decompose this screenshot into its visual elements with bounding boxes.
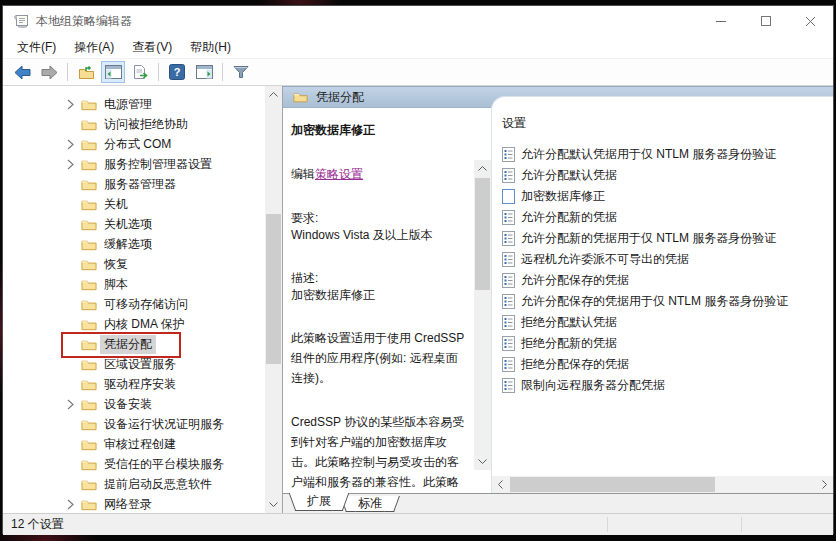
chevron-right-icon[interactable]	[67, 478, 79, 490]
scroll-left-icon[interactable]	[492, 476, 509, 493]
tree-item-label: 驱动程序安装	[100, 375, 180, 394]
chevron-right-icon[interactable]	[67, 498, 79, 510]
tab-扩展[interactable]: 扩展	[297, 493, 341, 511]
scroll-right-icon[interactable]	[816, 476, 833, 493]
gpedit-window: 本地组策略编辑器 文件(F)操作(A)查看(V)帮助(H)	[2, 5, 834, 534]
chevron-right-icon[interactable]	[67, 298, 79, 310]
settings-item-label: 允许分配默认凭据	[521, 167, 617, 184]
status-bar: 12 个设置	[3, 513, 833, 535]
tree-item-13[interactable]: 区域设置服务	[3, 354, 265, 374]
chevron-right-icon[interactable]	[67, 158, 79, 170]
tree-item-11[interactable]: 内核 DMA 保护	[3, 314, 265, 334]
settings-item-1[interactable]: 允许分配默认凭据	[502, 165, 833, 186]
tree-item-16[interactable]: 设备运行状况证明服务	[3, 414, 265, 434]
tree-item-18[interactable]: 受信任的平台模块服务	[3, 454, 265, 474]
maximize-button[interactable]	[743, 6, 788, 36]
chevron-right-icon[interactable]	[67, 398, 79, 410]
folder-icon	[81, 358, 97, 371]
settings-list: 允许分配默认凭据用于仅 NTLM 服务器身份验证 允许	[492, 144, 833, 396]
settings-column-header[interactable]: 设置	[492, 97, 833, 132]
folder-icon	[293, 91, 308, 103]
show-action-pane-button[interactable]	[192, 61, 216, 83]
tree-item-label: 区域设置服务	[100, 355, 180, 374]
chevron-right-icon[interactable]	[67, 218, 79, 230]
minimize-button[interactable]	[698, 6, 743, 36]
tree-item-19[interactable]: 提前启动反恶意软件	[3, 474, 265, 494]
policy-settings-link[interactable]: 策略设置	[315, 167, 363, 181]
settings-item-8[interactable]: 拒绝分配默认凭据	[502, 312, 833, 333]
settings-item-0[interactable]: 允许分配默认凭据用于仅 NTLM 服务器身份验证	[502, 144, 833, 165]
chevron-right-icon[interactable]	[67, 378, 79, 390]
policy-setting-icon	[502, 336, 515, 351]
tree-item-label: 提前启动反恶意软件	[100, 475, 216, 494]
tree-item-0[interactable]: 电源管理	[3, 94, 265, 114]
up-one-level-button[interactable]	[74, 61, 98, 83]
chevron-right-icon[interactable]	[67, 118, 79, 130]
tree-item-4[interactable]: 服务器管理器	[3, 174, 265, 194]
chevron-right-icon[interactable]	[67, 358, 79, 370]
export-list-button[interactable]	[128, 61, 152, 83]
tree-item-7[interactable]: 缓解选项	[3, 234, 265, 254]
settings-item-label: 加密数据库修正	[521, 188, 605, 205]
tree-item-14[interactable]: 驱动程序安装	[3, 374, 265, 394]
chevron-right-icon[interactable]	[67, 438, 79, 450]
filter-button[interactable]	[229, 61, 253, 83]
scroll-down-icon[interactable]	[474, 453, 491, 470]
description-scrollbar-thumb[interactable]	[475, 178, 490, 290]
menu-item-1[interactable]: 操作(A)	[65, 37, 123, 58]
tree-item-12[interactable]: 凭据分配	[3, 334, 265, 354]
back-button[interactable]	[10, 61, 34, 83]
description-scrollbar[interactable]	[474, 160, 491, 470]
main-area: 电源管理 访问被拒绝协助 分布式 COM	[3, 86, 833, 513]
scroll-up-icon[interactable]	[474, 160, 491, 177]
tab-标准[interactable]: 标准	[348, 496, 392, 512]
settings-item-9[interactable]: 拒绝分配新的凭据	[502, 333, 833, 354]
policy-setting-icon	[502, 378, 515, 393]
close-button[interactable]	[788, 6, 833, 36]
forward-button[interactable]	[37, 61, 61, 83]
tree-item-2[interactable]: 分布式 COM	[3, 134, 265, 154]
settings-item-7[interactable]: 允许分配保存的凭据用于仅 NTLM 服务器身份验证	[502, 291, 833, 312]
settings-scrollbar-thumb[interactable]	[510, 477, 715, 492]
tree-scrollbar-thumb[interactable]	[266, 214, 281, 364]
settings-item-6[interactable]: 允许分配保存的凭据	[502, 270, 833, 291]
menu-item-3[interactable]: 帮助(H)	[181, 37, 240, 58]
help-button[interactable]: ?	[165, 61, 189, 83]
description-label: 描述:	[291, 270, 469, 287]
menu-item-0[interactable]: 文件(F)	[8, 37, 65, 58]
tree-item-1[interactable]: 访问被拒绝协助	[3, 114, 265, 134]
settings-item-4[interactable]: 允许分配新的凭据用于仅 NTLM 服务器身份验证	[502, 228, 833, 249]
tree-item-10[interactable]: 可移动存储访问	[3, 294, 265, 314]
tree-item-3[interactable]: 服务控制管理器设置	[3, 154, 265, 174]
tree-item-8[interactable]: 恢复	[3, 254, 265, 274]
chevron-right-icon[interactable]	[67, 198, 79, 210]
chevron-right-icon[interactable]	[67, 238, 79, 250]
chevron-right-icon[interactable]	[67, 138, 79, 150]
settings-item-11[interactable]: 限制向远程服务器分配凭据	[502, 375, 833, 396]
tree-scrollbar[interactable]	[265, 86, 282, 513]
tree-item-9[interactable]: 脚本	[3, 274, 265, 294]
chevron-right-icon[interactable]	[67, 458, 79, 470]
tree-item-20[interactable]: 网络登录	[3, 494, 265, 513]
settings-horizontal-scrollbar[interactable]	[492, 476, 833, 493]
tree-item-17[interactable]: 审核过程创建	[3, 434, 265, 454]
tree-item-15[interactable]: 设备安装	[3, 394, 265, 414]
chevron-right-icon[interactable]	[67, 98, 79, 110]
scroll-down-icon[interactable]	[265, 496, 282, 513]
settings-item-3[interactable]: 允许分配新的凭据	[502, 207, 833, 228]
chevron-right-icon[interactable]	[67, 258, 79, 270]
chevron-right-icon[interactable]	[67, 278, 79, 290]
chevron-right-icon[interactable]	[67, 338, 79, 350]
tree-item-5[interactable]: 关机	[3, 194, 265, 214]
settings-item-5[interactable]: 远程机允许委派不可导出的凭据	[502, 249, 833, 270]
folder-icon	[81, 98, 97, 111]
chevron-right-icon[interactable]	[67, 418, 79, 430]
chevron-right-icon[interactable]	[67, 178, 79, 190]
chevron-right-icon[interactable]	[67, 318, 79, 330]
settings-item-2[interactable]: 加密数据库修正	[502, 186, 833, 207]
show-console-tree-button[interactable]	[101, 61, 125, 83]
menu-item-2[interactable]: 查看(V)	[123, 37, 181, 58]
settings-item-10[interactable]: 拒绝分配保存的凭据	[502, 354, 833, 375]
tree-item-6[interactable]: 关机选项	[3, 214, 265, 234]
scroll-up-icon[interactable]	[265, 86, 282, 103]
